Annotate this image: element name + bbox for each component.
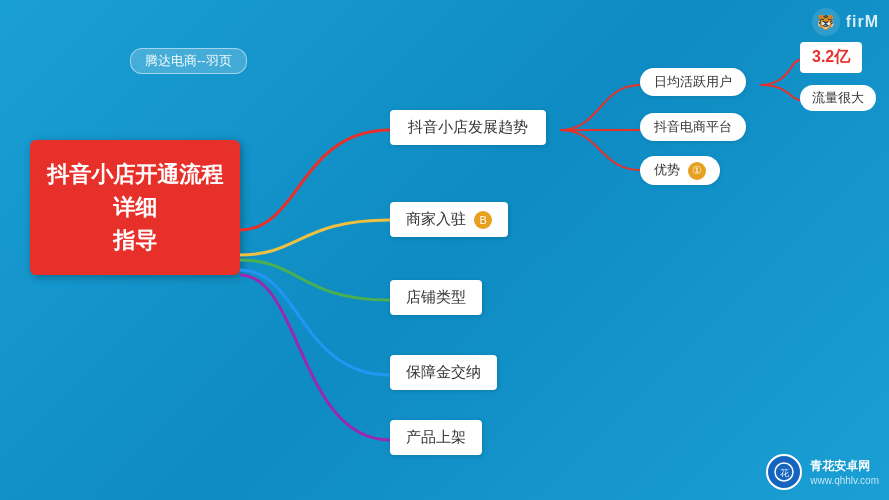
watermark-text: firM	[846, 13, 879, 31]
logo-circle: 花	[766, 454, 802, 490]
logo-name: 青花安卓网	[810, 458, 879, 475]
watermark-icon: 🐯	[812, 8, 840, 36]
sub-node-platform: 抖音电商平台	[640, 113, 746, 141]
logo-url: www.qhhlv.com	[810, 475, 879, 486]
svg-text:花: 花	[780, 468, 789, 478]
merchant-badge: B	[474, 211, 492, 229]
node-merchant: 商家入驻 B	[390, 202, 508, 237]
sub-node-advantage: 优势 ①	[640, 156, 720, 185]
company-label: 腾达电商--羽页	[130, 48, 247, 74]
flow-label: 流量很大	[800, 85, 876, 111]
node-trend: 抖音小店发展趋势	[390, 110, 546, 145]
node-store-type: 店铺类型	[390, 280, 482, 315]
logo-text-group: 青花安卓网 www.qhhlv.com	[810, 458, 879, 486]
stat-box: 3.2亿	[800, 42, 862, 73]
bottom-logo: 花 青花安卓网 www.qhhlv.com	[766, 454, 879, 490]
node-deposit: 保障金交纳	[390, 355, 497, 390]
sub-node-daily-active: 日均活跃用户	[640, 68, 746, 96]
main-title-box: 抖音小店开通流程详细指导	[30, 140, 240, 275]
advantage-badge: ①	[688, 162, 706, 180]
node-product: 产品上架	[390, 420, 482, 455]
watermark: 🐯 firM	[812, 8, 879, 36]
main-title-text: 抖音小店开通流程详细指导	[47, 162, 223, 253]
